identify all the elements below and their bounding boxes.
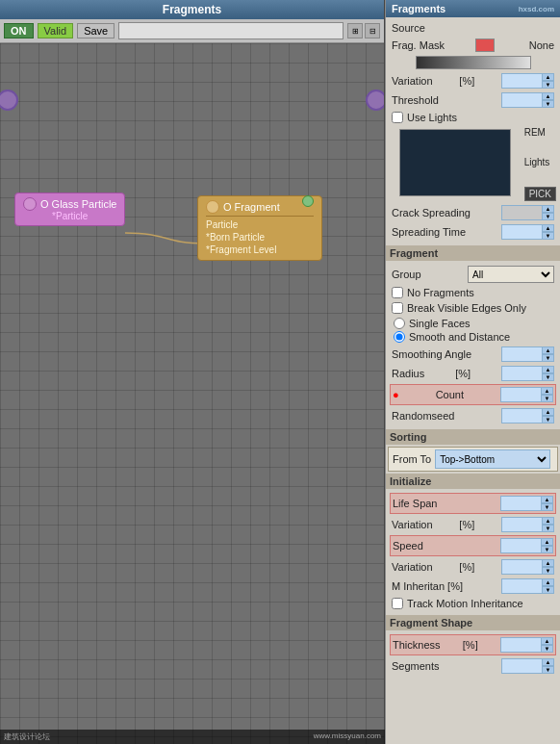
variation2-down[interactable]: ▼ [542,525,554,532]
break-visible-edges-checkbox[interactable] [392,302,403,314]
variation2-label: Variation [392,519,433,530]
left-panel: Fragments ON Valid Save ⊞ ⊟ O Glass Part… [0,0,385,744]
sorting-select[interactable]: Top->Bottom [435,449,550,469]
single-faces-radio[interactable] [394,318,405,329]
fragment-port-2: *Born Particle [206,231,314,244]
panel-title: Fragments [392,3,445,14]
life-span-down[interactable]: ▼ [541,503,553,511]
smoothing-angle-up[interactable]: ▲ [542,346,554,354]
radius-up[interactable]: ▲ [542,366,554,373]
sorting-section-title: Sorting [386,429,560,445]
spreading-time-down[interactable]: ▼ [542,232,554,240]
variation3-unit: [%] [459,561,474,573]
fragment-node-title: O Fragment [206,200,314,217]
variation3-down[interactable]: ▼ [542,567,554,575]
fit-button[interactable]: ⊟ [365,23,380,38]
threshold-up[interactable]: ▲ [542,92,554,100]
title-bar: Fragments [0,0,384,19]
threshold-spinbox: 1.0 ▲ ▼ [501,92,554,108]
smoothing-angle-spinbox: 30.0 ▲ ▼ [501,346,554,362]
variation-down[interactable]: ▼ [542,81,554,89]
no-fragments-checkbox[interactable] [392,287,403,298]
crack-spreading-up[interactable]: ▲ [542,205,554,213]
radius-arrows: ▲ ▼ [542,366,554,381]
variation3-up[interactable]: ▲ [542,559,554,567]
save-button[interactable]: Save [77,23,115,38]
segments-arrows: ▲ ▼ [542,658,554,674]
threshold-down[interactable]: ▼ [542,100,554,108]
thickness-down[interactable]: ▼ [541,645,553,653]
variation-up[interactable]: ▲ [542,73,554,81]
fragment-node-port-right [302,195,314,207]
life-span-up[interactable]: ▲ [541,496,553,503]
source-section: Source Frag. Mask None Variation [%] 0.0… [386,17,560,244]
variation2-unit: [%] [459,519,474,530]
variation2-up[interactable]: ▲ [542,517,554,525]
smooth-distance-row: Smooth and Distance [394,330,552,344]
watermark-right: www.missyuan.com [314,731,381,742]
toolbar-input[interactable] [118,22,344,39]
count-label: Count [436,389,464,400]
zoom-button[interactable]: ⊞ [347,23,363,38]
m-inherit-up[interactable]: ▲ [542,578,554,586]
group-select[interactable]: All [468,266,554,283]
count-up[interactable]: ▲ [541,387,553,395]
randomseed-down[interactable]: ▼ [542,416,554,423]
speed-arrows: ▲ ▼ [541,538,553,553]
variation-label: Variation [392,75,433,87]
on-button[interactable]: ON [4,23,34,38]
glass-particle-node[interactable]: O Glass Particle *Particle [14,192,125,226]
fragment-node-port-left [206,200,219,214]
variation3-label: Variation [392,561,433,573]
smoothing-angle-arrows: ▲ ▼ [542,346,554,362]
radius-down[interactable]: ▼ [542,373,554,381]
use-lights-checkbox[interactable] [392,112,403,123]
frag-mask-row: Frag. Mask None [390,37,556,54]
rem-label: REM [524,127,556,138]
pick-button[interactable]: PICK [524,187,556,201]
thickness-row: Thickness [%] 1.5 ▲ ▼ [390,634,556,655]
speed-down[interactable]: ▼ [541,546,553,553]
speed-row: Speed 0.0 ▲ ▼ [390,535,556,556]
fragment-node[interactable]: O Fragment Particle *Born Particle *Frag… [197,195,322,261]
toolbar: ON Valid Save ⊞ ⊟ [0,19,384,43]
segments-down[interactable]: ▼ [542,666,554,674]
segments-spinbox: 0 ▲ ▼ [501,658,554,674]
life-span-row: Life Span 200 ▲ ▼ [390,493,556,514]
glass-node-subtitle: *Particle [23,211,116,221]
smooth-distance-label: Smooth and Distance [409,331,510,343]
variation-row: Variation [%] 0.0 ▲ ▼ [390,71,556,90]
track-motion-checkbox[interactable] [392,598,403,609]
thickness-label: Thickness [393,639,441,651]
node-canvas[interactable]: O Glass Particle *Particle O Fragment Pa… [0,43,384,744]
smoothing-angle-label: Smoothing Angle [392,348,471,360]
valid-button[interactable]: Valid [38,23,74,38]
smoothing-angle-down[interactable]: ▼ [542,354,554,362]
frag-mask-swatch[interactable] [475,38,495,52]
life-span-label: Life Span [393,498,437,509]
use-lights-label: Use Lights [407,112,457,123]
count-arrows: ▲ ▼ [541,387,553,402]
glass-node-port [23,197,37,211]
preview-area: REM Lights PICK [390,127,556,201]
m-inherit-down[interactable]: ▼ [542,586,554,594]
count-bullet: ● [393,389,399,400]
thickness-up[interactable]: ▲ [541,637,553,645]
radius-label: Radius [392,368,424,379]
left-connector[interactable] [0,90,18,111]
radio-group: Single Faces Smooth and Distance [390,316,556,345]
preview-box [399,129,511,196]
break-visible-edges-row: Break Visible Edges Only [390,300,556,316]
from-to-label: From To [393,453,431,465]
count-down[interactable]: ▼ [541,395,553,402]
right-connector[interactable] [366,90,384,111]
speed-up[interactable]: ▲ [541,538,553,546]
spreading-time-row: Spreading Time 30 ▲ ▼ [390,222,556,242]
variation3-row: Variation [%] 0.0 ▲ ▼ [390,557,556,577]
spreading-time-up[interactable]: ▲ [542,224,554,232]
segments-up[interactable]: ▲ [542,658,554,666]
watermark-bar: 建筑设计论坛 www.missyuan.com [0,730,385,744]
smooth-distance-radio[interactable] [394,331,405,343]
randomseed-up[interactable]: ▲ [542,408,554,416]
crack-spreading-down[interactable]: ▼ [542,213,554,220]
